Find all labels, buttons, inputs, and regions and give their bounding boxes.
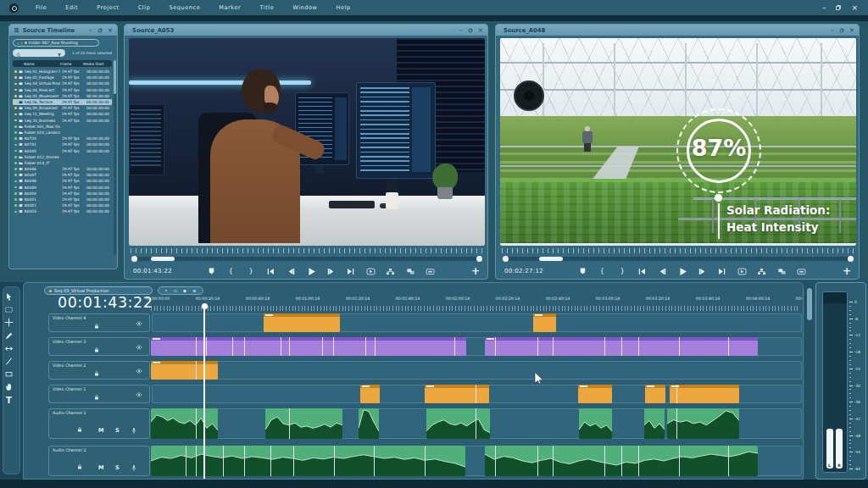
menu-window[interactable]: Window	[292, 4, 317, 11]
nested-sequence-clip[interactable]	[151, 337, 466, 356]
tool-type[interactable]: T	[4, 396, 14, 405]
play-range-button[interactable]	[364, 265, 376, 277]
tool-pen[interactable]	[4, 331, 14, 341]
track-header-v3[interactable]: Video Channel 3	[48, 337, 150, 356]
clip-edit-point[interactable]	[553, 446, 554, 476]
track-lock-icon[interactable]	[93, 394, 100, 401]
bin-row[interactable]: A004929.97 fps00:00:00:00	[13, 185, 112, 191]
track-visibility-icon[interactable]	[136, 368, 142, 374]
in-paren-button[interactable]: (	[597, 265, 609, 277]
tool-hand[interactable]	[4, 382, 14, 391]
play-button[interactable]	[303, 264, 317, 278]
restore-button[interactable]	[97, 28, 103, 33]
box-filled-icon[interactable]: ▪	[183, 288, 186, 293]
bin-row[interactable]: A005129.97 fps00:00:00:00	[13, 197, 112, 202]
play-button[interactable]	[675, 264, 688, 278]
clip-edit-point[interactable]	[232, 337, 233, 356]
track-header-v2[interactable]: Video Channel 2	[48, 361, 150, 380]
video-clip[interactable]	[670, 385, 739, 403]
go-out-button[interactable]	[716, 265, 728, 277]
audio-clip[interactable]	[485, 446, 758, 476]
out-paren-button[interactable]: )	[616, 265, 628, 277]
playhead-pin[interactable]	[202, 303, 208, 309]
bin-row[interactable]: Folder 010_Landscape	[13, 130, 112, 136]
video-clip[interactable]	[151, 361, 218, 380]
clip-edit-point[interactable]	[365, 337, 366, 356]
bin-row[interactable]: A005029.97 fps00:00:00:00	[13, 191, 112, 197]
bin-row[interactable]: A074129.97 fps00:00:00:00	[13, 141, 112, 147]
close-button[interactable]: ×	[851, 4, 858, 12]
audio-clip[interactable]	[579, 408, 612, 439]
scrub-ruler[interactable]	[131, 248, 483, 253]
clip-edit-point[interactable]	[679, 337, 680, 356]
monitor-scrollbar[interactable]	[500, 255, 856, 262]
clip-edit-point[interactable]	[334, 446, 335, 476]
clip-edit-point[interactable]	[553, 337, 554, 356]
scroll-right-button[interactable]	[476, 256, 482, 262]
minimize-button[interactable]: –	[822, 4, 826, 12]
close-button[interactable]: ×	[849, 27, 854, 33]
video-clip[interactable]	[264, 313, 340, 332]
restore-button[interactable]	[468, 28, 473, 33]
video-preview-editing-room[interactable]	[129, 38, 485, 246]
close-button[interactable]: ×	[478, 27, 483, 33]
in-paren-button[interactable]: (	[225, 265, 237, 277]
scroll-left-button[interactable]	[131, 256, 137, 262]
bin-row[interactable]: Seq 02_Footage29.97 fps00:00:00:00	[13, 75, 112, 80]
menu-marker[interactable]: Marker	[219, 4, 241, 11]
nested-sequence-clip[interactable]	[485, 337, 758, 356]
bin-row[interactable]: Seq 05_Movement29.97 fps00:00:00:00	[13, 93, 112, 99]
clip-edit-point[interactable]	[289, 408, 290, 439]
panel-menu-icon[interactable]: ≡	[14, 26, 19, 34]
bin-row[interactable]: Seq 04_Pixel Art29.97 fps00:00:00:00	[13, 87, 112, 93]
monitor-scrollbar[interactable]	[129, 255, 485, 262]
play-range-button[interactable]	[736, 265, 748, 277]
add-button[interactable]: +	[471, 265, 480, 277]
mute-button[interactable]: M	[98, 427, 103, 434]
playhead-line[interactable]	[203, 308, 204, 479]
audio-clip[interactable]	[151, 408, 218, 439]
scroll-right-button[interactable]	[848, 256, 854, 262]
add-button[interactable]: +	[843, 265, 851, 277]
bin-row[interactable]: A004729.97 fps00:00:00:00	[13, 172, 112, 178]
scroll-left-button[interactable]	[503, 256, 509, 262]
bin-column-header[interactable]: NameFrameMedia Start	[13, 60, 112, 67]
audio-clip[interactable]	[426, 408, 490, 439]
video-clip[interactable]	[425, 385, 489, 403]
tool-razor[interactable]	[4, 357, 14, 366]
clip-edit-point[interactable]	[374, 446, 375, 476]
filter-icon[interactable]	[57, 45, 62, 61]
restore-button[interactable]	[839, 28, 844, 33]
clip-edit-point[interactable]	[495, 446, 496, 476]
menu-project[interactable]: Project	[97, 4, 119, 11]
column-media-start[interactable]: Media Start	[83, 62, 109, 66]
go-in-button[interactable]	[637, 265, 648, 277]
clip-edit-point[interactable]	[375, 337, 376, 356]
bin-row[interactable]: Seq 06_Terrace29.97 fps00:00:00:00	[13, 99, 112, 105]
box-icon[interactable]: ▫	[174, 288, 177, 293]
track-lock-icon[interactable]	[93, 323, 100, 330]
overwrite-button[interactable]	[404, 265, 416, 277]
clip-edit-point[interactable]	[454, 337, 455, 356]
minimize-button[interactable]: –	[459, 27, 463, 33]
tool-selection[interactable]	[4, 292, 14, 302]
track-visibility-icon[interactable]	[136, 391, 142, 398]
track-lock-icon[interactable]	[93, 347, 100, 353]
marker-button[interactable]	[576, 265, 588, 277]
out-paren-button[interactable]: )	[245, 265, 257, 277]
video-clip[interactable]	[578, 385, 612, 403]
video-preview-greenhouse[interactable]: 87% Solar Radiation: Heat Intensity	[500, 38, 856, 246]
column-name[interactable]: Name	[15, 62, 60, 66]
clip-edit-point[interactable]	[270, 446, 271, 476]
clip-edit-point[interactable]	[196, 408, 197, 439]
bin-scrollbar-handle[interactable]	[114, 60, 116, 94]
clip-edit-point[interactable]	[186, 446, 186, 476]
track-visibility-icon[interactable]	[136, 344, 142, 351]
clip-edit-point[interactable]	[293, 446, 294, 476]
clip-edit-point[interactable]	[676, 385, 677, 403]
clip-edit-point[interactable]	[476, 408, 476, 439]
track-lane-v2[interactable]	[152, 361, 802, 380]
solo-button[interactable]: S	[115, 427, 120, 434]
scrollbar-handle[interactable]	[539, 257, 563, 261]
monitor-titlebar[interactable]: Source_A053 –×	[125, 25, 487, 36]
